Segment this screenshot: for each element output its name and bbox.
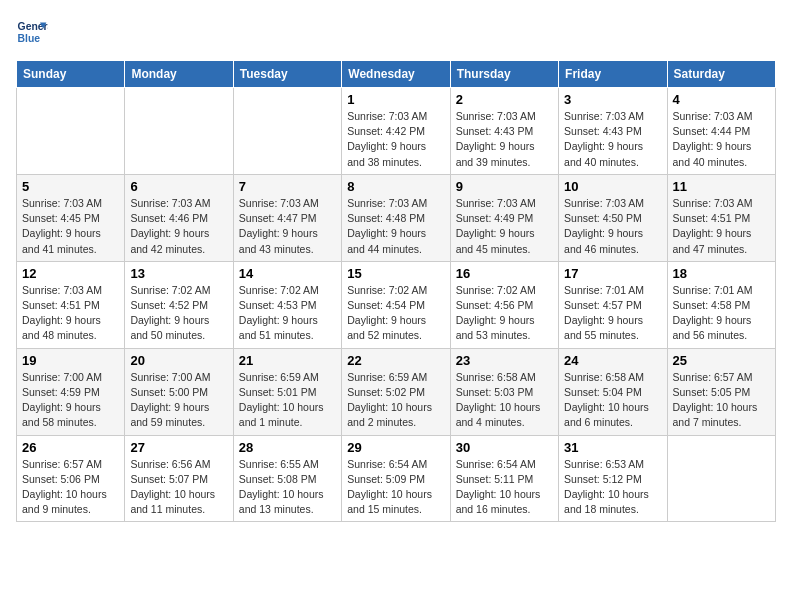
calendar-cell: 19Sunrise: 7:00 AM Sunset: 4:59 PM Dayli… — [17, 348, 125, 435]
weekday-header-wednesday: Wednesday — [342, 61, 450, 88]
day-number: 7 — [239, 179, 336, 194]
calendar-cell: 1Sunrise: 7:03 AM Sunset: 4:42 PM Daylig… — [342, 88, 450, 175]
day-number: 26 — [22, 440, 119, 455]
day-number: 15 — [347, 266, 444, 281]
calendar-cell: 7Sunrise: 7:03 AM Sunset: 4:47 PM Daylig… — [233, 174, 341, 261]
day-number: 23 — [456, 353, 553, 368]
day-number: 4 — [673, 92, 770, 107]
weekday-header-friday: Friday — [559, 61, 667, 88]
day-info: Sunrise: 7:00 AM Sunset: 4:59 PM Dayligh… — [22, 370, 119, 431]
calendar-cell: 11Sunrise: 7:03 AM Sunset: 4:51 PM Dayli… — [667, 174, 775, 261]
day-info: Sunrise: 7:02 AM Sunset: 4:56 PM Dayligh… — [456, 283, 553, 344]
calendar-cell: 4Sunrise: 7:03 AM Sunset: 4:44 PM Daylig… — [667, 88, 775, 175]
day-info: Sunrise: 7:03 AM Sunset: 4:44 PM Dayligh… — [673, 109, 770, 170]
calendar-cell: 12Sunrise: 7:03 AM Sunset: 4:51 PM Dayli… — [17, 261, 125, 348]
calendar-cell: 14Sunrise: 7:02 AM Sunset: 4:53 PM Dayli… — [233, 261, 341, 348]
calendar-cell: 10Sunrise: 7:03 AM Sunset: 4:50 PM Dayli… — [559, 174, 667, 261]
calendar-cell: 24Sunrise: 6:58 AM Sunset: 5:04 PM Dayli… — [559, 348, 667, 435]
calendar-cell: 16Sunrise: 7:02 AM Sunset: 4:56 PM Dayli… — [450, 261, 558, 348]
day-number: 13 — [130, 266, 227, 281]
day-number: 11 — [673, 179, 770, 194]
day-info: Sunrise: 6:57 AM Sunset: 5:06 PM Dayligh… — [22, 457, 119, 518]
page-header: General Blue — [16, 16, 776, 48]
day-info: Sunrise: 6:56 AM Sunset: 5:07 PM Dayligh… — [130, 457, 227, 518]
calendar-cell: 23Sunrise: 6:58 AM Sunset: 5:03 PM Dayli… — [450, 348, 558, 435]
day-info: Sunrise: 6:55 AM Sunset: 5:08 PM Dayligh… — [239, 457, 336, 518]
weekday-header-monday: Monday — [125, 61, 233, 88]
calendar-cell: 28Sunrise: 6:55 AM Sunset: 5:08 PM Dayli… — [233, 435, 341, 522]
day-number: 16 — [456, 266, 553, 281]
day-number: 28 — [239, 440, 336, 455]
day-info: Sunrise: 7:03 AM Sunset: 4:48 PM Dayligh… — [347, 196, 444, 257]
calendar-cell: 5Sunrise: 7:03 AM Sunset: 4:45 PM Daylig… — [17, 174, 125, 261]
day-info: Sunrise: 7:00 AM Sunset: 5:00 PM Dayligh… — [130, 370, 227, 431]
day-number: 2 — [456, 92, 553, 107]
calendar-cell: 20Sunrise: 7:00 AM Sunset: 5:00 PM Dayli… — [125, 348, 233, 435]
day-info: Sunrise: 6:59 AM Sunset: 5:01 PM Dayligh… — [239, 370, 336, 431]
day-number: 27 — [130, 440, 227, 455]
day-number: 22 — [347, 353, 444, 368]
day-number: 31 — [564, 440, 661, 455]
calendar-cell: 13Sunrise: 7:02 AM Sunset: 4:52 PM Dayli… — [125, 261, 233, 348]
day-info: Sunrise: 6:57 AM Sunset: 5:05 PM Dayligh… — [673, 370, 770, 431]
day-info: Sunrise: 6:53 AM Sunset: 5:12 PM Dayligh… — [564, 457, 661, 518]
calendar-cell: 31Sunrise: 6:53 AM Sunset: 5:12 PM Dayli… — [559, 435, 667, 522]
day-info: Sunrise: 7:03 AM Sunset: 4:49 PM Dayligh… — [456, 196, 553, 257]
day-number: 30 — [456, 440, 553, 455]
day-number: 18 — [673, 266, 770, 281]
day-info: Sunrise: 7:03 AM Sunset: 4:43 PM Dayligh… — [564, 109, 661, 170]
day-info: Sunrise: 7:03 AM Sunset: 4:47 PM Dayligh… — [239, 196, 336, 257]
day-info: Sunrise: 7:03 AM Sunset: 4:50 PM Dayligh… — [564, 196, 661, 257]
day-number: 25 — [673, 353, 770, 368]
day-info: Sunrise: 7:03 AM Sunset: 4:51 PM Dayligh… — [673, 196, 770, 257]
calendar-cell: 3Sunrise: 7:03 AM Sunset: 4:43 PM Daylig… — [559, 88, 667, 175]
calendar-cell: 17Sunrise: 7:01 AM Sunset: 4:57 PM Dayli… — [559, 261, 667, 348]
day-info: Sunrise: 6:58 AM Sunset: 5:03 PM Dayligh… — [456, 370, 553, 431]
calendar-cell — [125, 88, 233, 175]
day-info: Sunrise: 6:54 AM Sunset: 5:11 PM Dayligh… — [456, 457, 553, 518]
calendar-cell: 9Sunrise: 7:03 AM Sunset: 4:49 PM Daylig… — [450, 174, 558, 261]
day-info: Sunrise: 7:02 AM Sunset: 4:54 PM Dayligh… — [347, 283, 444, 344]
day-info: Sunrise: 7:03 AM Sunset: 4:45 PM Dayligh… — [22, 196, 119, 257]
logo-icon: General Blue — [16, 16, 48, 48]
calendar-cell: 22Sunrise: 6:59 AM Sunset: 5:02 PM Dayli… — [342, 348, 450, 435]
calendar-table: SundayMondayTuesdayWednesdayThursdayFrid… — [16, 60, 776, 522]
calendar-cell: 18Sunrise: 7:01 AM Sunset: 4:58 PM Dayli… — [667, 261, 775, 348]
calendar-cell — [667, 435, 775, 522]
day-number: 8 — [347, 179, 444, 194]
svg-text:Blue: Blue — [18, 33, 41, 44]
calendar-cell: 15Sunrise: 7:02 AM Sunset: 4:54 PM Dayli… — [342, 261, 450, 348]
day-number: 9 — [456, 179, 553, 194]
day-info: Sunrise: 6:58 AM Sunset: 5:04 PM Dayligh… — [564, 370, 661, 431]
calendar-cell: 30Sunrise: 6:54 AM Sunset: 5:11 PM Dayli… — [450, 435, 558, 522]
day-info: Sunrise: 7:02 AM Sunset: 4:53 PM Dayligh… — [239, 283, 336, 344]
logo: General Blue — [16, 16, 52, 48]
day-number: 20 — [130, 353, 227, 368]
day-info: Sunrise: 7:02 AM Sunset: 4:52 PM Dayligh… — [130, 283, 227, 344]
weekday-header-thursday: Thursday — [450, 61, 558, 88]
calendar-cell: 21Sunrise: 6:59 AM Sunset: 5:01 PM Dayli… — [233, 348, 341, 435]
day-number: 14 — [239, 266, 336, 281]
day-number: 19 — [22, 353, 119, 368]
day-number: 12 — [22, 266, 119, 281]
day-info: Sunrise: 7:01 AM Sunset: 4:57 PM Dayligh… — [564, 283, 661, 344]
day-info: Sunrise: 6:54 AM Sunset: 5:09 PM Dayligh… — [347, 457, 444, 518]
day-info: Sunrise: 7:03 AM Sunset: 4:42 PM Dayligh… — [347, 109, 444, 170]
day-info: Sunrise: 7:03 AM Sunset: 4:43 PM Dayligh… — [456, 109, 553, 170]
calendar-cell — [17, 88, 125, 175]
calendar-cell: 8Sunrise: 7:03 AM Sunset: 4:48 PM Daylig… — [342, 174, 450, 261]
day-number: 24 — [564, 353, 661, 368]
calendar-cell — [233, 88, 341, 175]
day-number: 29 — [347, 440, 444, 455]
day-number: 21 — [239, 353, 336, 368]
day-info: Sunrise: 7:03 AM Sunset: 4:46 PM Dayligh… — [130, 196, 227, 257]
calendar-cell: 29Sunrise: 6:54 AM Sunset: 5:09 PM Dayli… — [342, 435, 450, 522]
calendar-cell: 27Sunrise: 6:56 AM Sunset: 5:07 PM Dayli… — [125, 435, 233, 522]
day-info: Sunrise: 6:59 AM Sunset: 5:02 PM Dayligh… — [347, 370, 444, 431]
calendar-cell: 26Sunrise: 6:57 AM Sunset: 5:06 PM Dayli… — [17, 435, 125, 522]
day-number: 1 — [347, 92, 444, 107]
weekday-header-saturday: Saturday — [667, 61, 775, 88]
weekday-header-sunday: Sunday — [17, 61, 125, 88]
day-number: 10 — [564, 179, 661, 194]
day-number: 3 — [564, 92, 661, 107]
